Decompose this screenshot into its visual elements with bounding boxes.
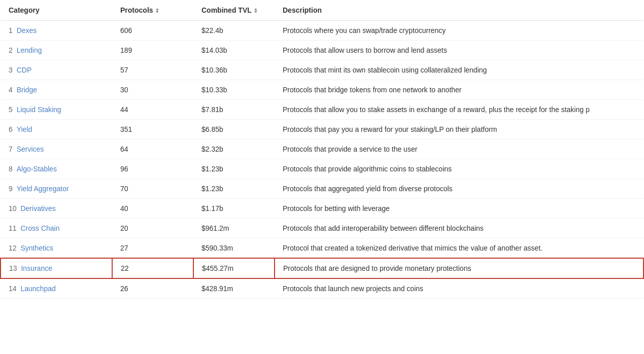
- description-cell: Protocols for betting with leverage: [275, 199, 643, 219]
- protocols-cell: 40: [112, 199, 193, 219]
- row-number: 12: [9, 244, 18, 252]
- tvl-cell: $22.4b: [193, 21, 275, 41]
- category-cell: 5 Liquid Staking: [1, 100, 112, 120]
- tvl-cell: $10.36b: [193, 60, 275, 80]
- category-link[interactable]: Liquid Staking: [17, 105, 61, 114]
- category-link[interactable]: CDP: [17, 66, 32, 74]
- category-cell: 12 Synthetics: [1, 238, 112, 259]
- description-cell: Protocols that pay you a reward for your…: [275, 120, 643, 139]
- row-number: 2: [9, 46, 15, 54]
- table-row: 14 Launchpad26$428.91mProtocols that lau…: [1, 278, 643, 299]
- protocols-cell: 44: [112, 100, 193, 120]
- category-link[interactable]: Launchpad: [20, 285, 55, 293]
- category-cell: 13 Insurance: [1, 258, 112, 278]
- table-row: 9 Yield Aggregator70$1.23bProtocols that…: [1, 179, 643, 199]
- tvl-cell: $2.32b: [193, 139, 275, 159]
- tvl-cell: $6.85b: [193, 120, 275, 139]
- table-row: 3 CDP57$10.36bProtocols that mint its ow…: [1, 60, 643, 80]
- tvl-cell: $7.81b: [193, 100, 275, 120]
- category-link[interactable]: Algo-Stables: [17, 165, 57, 173]
- category-cell: 11 Cross Chain: [1, 219, 112, 238]
- protocols-cell: 351: [112, 120, 193, 139]
- tvl-cell: $14.03b: [193, 41, 275, 60]
- tvl-cell: $10.33b: [193, 80, 275, 100]
- main-table-container: Category Protocols Combined TVL Descript…: [0, 0, 644, 354]
- tvl-cell: $428.91m: [193, 278, 275, 299]
- row-number: 1: [9, 26, 15, 34]
- table-row: 8 Algo-Stables96$1.23bProtocols that pro…: [1, 159, 643, 179]
- table-header-row: Category Protocols Combined TVL Descript…: [1, 0, 643, 21]
- table-row: 6 Yield351$6.85bProtocols that pay you a…: [1, 120, 643, 139]
- description-cell: Protocol that created a tokenized deriva…: [275, 238, 643, 259]
- table-row: 13 Insurance22$455.27mProtocols that are…: [1, 258, 643, 278]
- category-link[interactable]: Cross Chain: [20, 224, 59, 232]
- protocols-cell: 96: [112, 159, 193, 179]
- row-number: 3: [9, 66, 15, 74]
- category-cell: 6 Yield: [1, 120, 112, 139]
- table-row: 5 Liquid Staking44$7.81bProtocols that a…: [1, 100, 643, 120]
- category-link[interactable]: Yield Aggregator: [17, 185, 69, 193]
- category-link[interactable]: Synthetics: [20, 244, 53, 252]
- protocols-cell: 70: [112, 179, 193, 199]
- category-link[interactable]: Derivatives: [20, 204, 55, 213]
- category-cell: 3 CDP: [1, 60, 112, 80]
- row-number: 9: [9, 185, 15, 193]
- description-cell: Protocols where you can swap/trade crypt…: [275, 21, 643, 41]
- tvl-cell: $961.2m: [193, 219, 275, 238]
- category-cell: 4 Bridge: [1, 80, 112, 100]
- table-row: 7 Services64$2.32bProtocols that provide…: [1, 139, 643, 159]
- category-cell: 1 Dexes: [1, 21, 112, 41]
- row-number: 4: [9, 86, 15, 94]
- description-cell: Protocols that are designed to provide m…: [275, 258, 643, 278]
- tvl-cell: $1.23b: [193, 159, 275, 179]
- row-number: 6: [9, 125, 15, 133]
- description-cell: Protocols that provide algorithmic coins…: [275, 159, 643, 179]
- category-cell: 2 Lending: [1, 41, 112, 60]
- description-cell: Protocols that allow users to borrow and…: [275, 41, 643, 60]
- category-link[interactable]: Yield: [17, 125, 32, 133]
- header-category: Category: [1, 0, 112, 21]
- row-number: 5: [9, 105, 15, 114]
- table-row: 10 Derivatives40$1.17bProtocols for bett…: [1, 199, 643, 219]
- protocols-cell: 606: [112, 21, 193, 41]
- protocols-cell: 30: [112, 80, 193, 100]
- table-row: 11 Cross Chain20$961.2mProtocols that ad…: [1, 219, 643, 238]
- category-link[interactable]: Bridge: [17, 86, 37, 94]
- category-link[interactable]: Dexes: [17, 26, 37, 34]
- category-link[interactable]: Insurance: [21, 264, 52, 272]
- row-number: 11: [9, 224, 18, 232]
- protocols-cell: 20: [112, 219, 193, 238]
- category-cell: 10 Derivatives: [1, 199, 112, 219]
- description-cell: Protocols that allow you to stake assets…: [275, 100, 643, 120]
- tvl-cell: $590.33m: [193, 238, 275, 259]
- table-row: 2 Lending189$14.03bProtocols that allow …: [1, 41, 643, 60]
- category-cell: 8 Algo-Stables: [1, 159, 112, 179]
- protocols-cell: 26: [112, 278, 193, 299]
- table-row: 4 Bridge30$10.33bProtocols that bridge t…: [1, 80, 643, 100]
- row-number: 8: [9, 165, 15, 173]
- table-row: 12 Synthetics27$590.33mProtocol that cre…: [1, 238, 643, 259]
- description-cell: Protocols that launch new projects and c…: [275, 278, 643, 299]
- category-cell: 9 Yield Aggregator: [1, 179, 112, 199]
- header-description: Description: [275, 0, 643, 21]
- category-cell: 7 Services: [1, 139, 112, 159]
- row-number: 10: [9, 204, 18, 213]
- category-link[interactable]: Services: [17, 145, 44, 153]
- protocols-cell: 57: [112, 60, 193, 80]
- description-cell: Protocols that mint its own stablecoin u…: [275, 60, 643, 80]
- protocols-cell: 27: [112, 238, 193, 259]
- protocols-cell: 22: [112, 258, 193, 278]
- tvl-cell: $1.17b: [193, 199, 275, 219]
- row-number: 13: [9, 264, 19, 272]
- category-link[interactable]: Lending: [17, 46, 42, 54]
- header-tvl[interactable]: Combined TVL: [193, 0, 275, 21]
- protocols-cell: 189: [112, 41, 193, 60]
- description-cell: Protocols that provide a service to the …: [275, 139, 643, 159]
- protocols-cell: 64: [112, 139, 193, 159]
- tvl-cell: $455.27m: [193, 258, 275, 278]
- categories-table: Category Protocols Combined TVL Descript…: [0, 0, 644, 299]
- header-protocols[interactable]: Protocols: [112, 0, 193, 21]
- description-cell: Protocols that bridge tokens from one ne…: [275, 80, 643, 100]
- row-number: 7: [9, 145, 15, 153]
- tvl-cell: $1.23b: [193, 179, 275, 199]
